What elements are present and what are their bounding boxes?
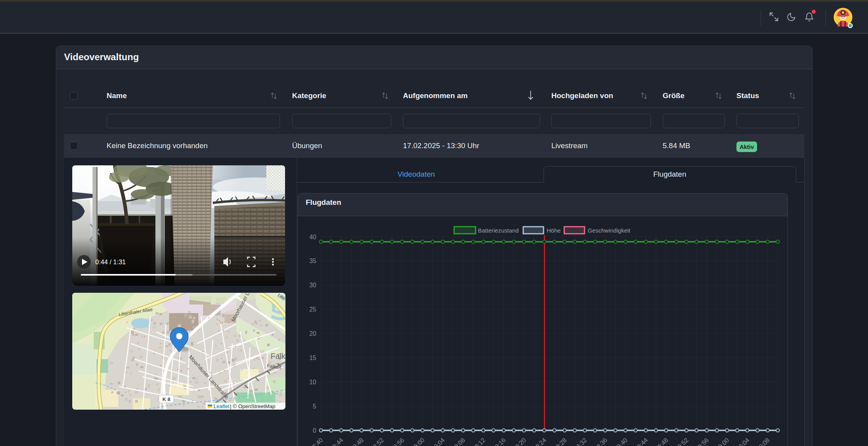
svg-text:19:12: 19:12 [471, 437, 487, 446]
svg-text:0: 0 [313, 427, 316, 434]
svg-text:18:52: 18:52 [369, 437, 385, 446]
svg-text:K 8: K 8 [162, 396, 170, 402]
svg-text:20: 20 [309, 330, 316, 337]
svg-text:Leaflet: Leaflet [214, 403, 230, 409]
svg-text:19:08: 19:08 [451, 437, 466, 446]
svg-text:0:44 / 1:31: 0:44 / 1:31 [95, 258, 126, 265]
svg-text:20:00: 20:00 [715, 437, 730, 446]
svg-text:20:04: 20:04 [735, 437, 750, 446]
svg-text:10: 10 [309, 379, 316, 385]
svg-text:40: 40 [309, 234, 316, 240]
svg-text:19:28: 19:28 [552, 437, 568, 446]
svg-text:19:44: 19:44 [633, 437, 649, 446]
svg-text:Falke: Falke [271, 352, 285, 360]
svg-text:19:16: 19:16 [491, 437, 507, 446]
svg-text:19:52: 19:52 [674, 437, 690, 446]
svg-text:Batteriezustand: Batteriezustand [478, 227, 519, 234]
svg-text:19:04: 19:04 [430, 437, 446, 446]
svg-text:19:24: 19:24 [532, 437, 547, 446]
svg-text:18:44: 18:44 [329, 437, 344, 446]
svg-text:15: 15 [309, 355, 316, 361]
svg-text:| © OpenStreetMap: | © OpenStreetMap [230, 403, 275, 409]
svg-text:18:56: 18:56 [390, 437, 405, 446]
svg-text:18:48: 18:48 [349, 437, 365, 446]
svg-text:20:08: 20:08 [755, 437, 771, 446]
svg-text:19:32: 19:32 [572, 437, 588, 446]
svg-text:19:36: 19:36 [593, 437, 608, 446]
svg-text:30: 30 [309, 282, 316, 288]
svg-text:18:40: 18:40 [308, 437, 324, 446]
svg-text:19:56: 19:56 [694, 437, 710, 446]
svg-text:19:00: 19:00 [410, 437, 426, 446]
svg-text:19:20: 19:20 [512, 437, 527, 446]
svg-text:19:48: 19:48 [654, 437, 669, 446]
svg-text:5: 5 [313, 403, 316, 410]
svg-text:Geschwindigkeit: Geschwindigkeit [588, 227, 631, 234]
svg-text:19:40: 19:40 [613, 437, 629, 446]
svg-text:35: 35 [309, 258, 316, 264]
svg-text:Höhe: Höhe [547, 227, 561, 234]
svg-text:25: 25 [309, 306, 316, 313]
